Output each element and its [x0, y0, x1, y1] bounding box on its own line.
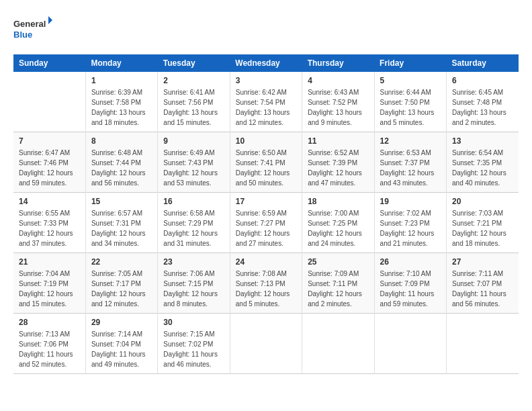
calendar-cell: 11Sunrise: 6:52 AMSunset: 7:39 PMDayligh… [302, 132, 374, 193]
calendar-cell: 9Sunrise: 6:49 AMSunset: 7:43 PMDaylight… [158, 132, 230, 193]
calendar-week-row: 14Sunrise: 6:55 AMSunset: 7:33 PMDayligh… [13, 193, 519, 253]
day-info: Sunrise: 6:55 AMSunset: 7:33 PMDaylight:… [19, 208, 80, 248]
calendar-cell: 17Sunrise: 6:59 AMSunset: 7:27 PMDayligh… [230, 193, 302, 253]
day-number: 22 [91, 257, 152, 267]
day-info: Sunrise: 6:48 AMSunset: 7:44 PMDaylight:… [91, 148, 152, 188]
day-number: 3 [236, 76, 296, 85]
day-number: 2 [163, 76, 224, 85]
day-info: Sunrise: 7:06 AMSunset: 7:15 PMDaylight:… [163, 269, 224, 309]
calendar-cell: 12Sunrise: 6:53 AMSunset: 7:37 PMDayligh… [374, 132, 446, 193]
day-number: 16 [163, 197, 224, 206]
day-info: Sunrise: 6:57 AMSunset: 7:31 PMDaylight:… [91, 208, 152, 248]
day-number: 26 [380, 257, 441, 267]
day-number: 7 [19, 136, 80, 146]
calendar-cell: 1Sunrise: 6:39 AMSunset: 7:58 PMDaylight… [85, 72, 157, 132]
header-day-tuesday: Tuesday [158, 54, 230, 72]
day-info: Sunrise: 6:49 AMSunset: 7:43 PMDaylight:… [163, 148, 224, 188]
header-day-monday: Monday [85, 54, 157, 72]
day-info: Sunrise: 6:42 AMSunset: 7:54 PMDaylight:… [236, 87, 296, 128]
calendar-week-row: 28Sunrise: 7:13 AMSunset: 7:06 PMDayligh… [13, 314, 519, 374]
calendar-cell: 23Sunrise: 7:06 AMSunset: 7:15 PMDayligh… [158, 253, 230, 314]
day-number: 24 [236, 257, 296, 267]
day-info: Sunrise: 6:43 AMSunset: 7:52 PMDaylight:… [308, 87, 368, 128]
calendar-cell: 29Sunrise: 7:14 AMSunset: 7:04 PMDayligh… [85, 314, 157, 374]
calendar-cell: 19Sunrise: 7:02 AMSunset: 7:23 PMDayligh… [374, 193, 446, 253]
day-number: 14 [19, 197, 80, 206]
logo-svg: General Blue [13, 13, 54, 44]
calendar-cell: 30Sunrise: 7:15 AMSunset: 7:02 PMDayligh… [158, 314, 230, 374]
day-info: Sunrise: 6:54 AMSunset: 7:35 PMDaylight:… [452, 148, 513, 188]
page-header: General Blue [13, 13, 519, 44]
day-info: Sunrise: 6:50 AMSunset: 7:41 PMDaylight:… [236, 148, 296, 188]
calendar-cell: 27Sunrise: 7:11 AMSunset: 7:07 PMDayligh… [447, 253, 519, 314]
day-info: Sunrise: 6:41 AMSunset: 7:56 PMDaylight:… [163, 87, 224, 128]
day-info: Sunrise: 7:14 AMSunset: 7:04 PMDaylight:… [91, 329, 152, 369]
calendar-cell: 6Sunrise: 6:45 AMSunset: 7:48 PMDaylight… [447, 72, 519, 132]
calendar-cell [447, 314, 519, 374]
day-info: Sunrise: 7:04 AMSunset: 7:19 PMDaylight:… [19, 269, 80, 309]
day-info: Sunrise: 7:11 AMSunset: 7:07 PMDaylight:… [452, 269, 513, 309]
calendar-cell [13, 72, 85, 132]
day-info: Sunrise: 7:05 AMSunset: 7:17 PMDaylight:… [91, 269, 152, 309]
calendar-cell: 7Sunrise: 6:47 AMSunset: 7:46 PMDaylight… [13, 132, 85, 193]
calendar-cell: 3Sunrise: 6:42 AMSunset: 7:54 PMDaylight… [230, 72, 302, 132]
calendar-cell: 15Sunrise: 6:57 AMSunset: 7:31 PMDayligh… [85, 193, 157, 253]
day-number: 25 [308, 257, 368, 267]
logo: General Blue [13, 13, 54, 44]
header-day-saturday: Saturday [447, 54, 519, 72]
calendar-table: SundayMondayTuesdayWednesdayThursdayFrid… [13, 54, 519, 374]
day-info: Sunrise: 6:53 AMSunset: 7:37 PMDaylight:… [380, 148, 441, 188]
day-info: Sunrise: 7:15 AMSunset: 7:02 PMDaylight:… [163, 329, 224, 369]
day-number: 11 [308, 136, 368, 146]
day-info: Sunrise: 6:58 AMSunset: 7:29 PMDaylight:… [163, 208, 224, 248]
header-day-friday: Friday [374, 54, 446, 72]
svg-marker-2 [48, 16, 52, 24]
day-info: Sunrise: 6:47 AMSunset: 7:46 PMDaylight:… [19, 148, 80, 188]
day-info: Sunrise: 6:59 AMSunset: 7:27 PMDaylight:… [236, 208, 296, 248]
calendar-cell [374, 314, 446, 374]
calendar-cell: 10Sunrise: 6:50 AMSunset: 7:41 PMDayligh… [230, 132, 302, 193]
calendar-week-row: 1Sunrise: 6:39 AMSunset: 7:58 PMDaylight… [13, 72, 519, 132]
day-number: 10 [236, 136, 296, 146]
day-number: 23 [163, 257, 224, 267]
header-day-thursday: Thursday [302, 54, 374, 72]
calendar-cell: 4Sunrise: 6:43 AMSunset: 7:52 PMDaylight… [302, 72, 374, 132]
calendar-cell: 5Sunrise: 6:44 AMSunset: 7:50 PMDaylight… [374, 72, 446, 132]
calendar-cell [302, 314, 374, 374]
calendar-cell: 2Sunrise: 6:41 AMSunset: 7:56 PMDaylight… [158, 72, 230, 132]
day-number: 29 [91, 318, 152, 327]
calendar-cell: 25Sunrise: 7:09 AMSunset: 7:11 PMDayligh… [302, 253, 374, 314]
day-info: Sunrise: 7:10 AMSunset: 7:09 PMDaylight:… [380, 269, 441, 309]
day-number: 4 [308, 76, 368, 85]
day-number: 6 [452, 76, 513, 85]
day-number: 12 [380, 136, 441, 146]
day-number: 30 [163, 318, 224, 327]
day-number: 17 [236, 197, 296, 206]
day-info: Sunrise: 7:08 AMSunset: 7:13 PMDaylight:… [236, 269, 296, 309]
calendar-cell: 28Sunrise: 7:13 AMSunset: 7:06 PMDayligh… [13, 314, 85, 374]
calendar-cell [230, 314, 302, 374]
day-number: 28 [19, 318, 80, 327]
header-day-wednesday: Wednesday [230, 54, 302, 72]
calendar-week-row: 21Sunrise: 7:04 AMSunset: 7:19 PMDayligh… [13, 253, 519, 314]
day-info: Sunrise: 7:09 AMSunset: 7:11 PMDaylight:… [308, 269, 368, 309]
day-number: 1 [91, 76, 152, 85]
calendar-cell: 13Sunrise: 6:54 AMSunset: 7:35 PMDayligh… [447, 132, 519, 193]
calendar-cell: 21Sunrise: 7:04 AMSunset: 7:19 PMDayligh… [13, 253, 85, 314]
day-number: 20 [452, 197, 513, 206]
day-info: Sunrise: 7:13 AMSunset: 7:06 PMDaylight:… [19, 329, 80, 369]
day-info: Sunrise: 6:39 AMSunset: 7:58 PMDaylight:… [91, 87, 152, 128]
header-day-sunday: Sunday [13, 54, 85, 72]
day-number: 21 [19, 257, 80, 267]
calendar-week-row: 7Sunrise: 6:47 AMSunset: 7:46 PMDaylight… [13, 132, 519, 193]
day-number: 19 [380, 197, 441, 206]
day-number: 9 [163, 136, 224, 146]
day-info: Sunrise: 6:45 AMSunset: 7:48 PMDaylight:… [452, 87, 513, 128]
day-info: Sunrise: 6:52 AMSunset: 7:39 PMDaylight:… [308, 148, 368, 188]
calendar-cell: 24Sunrise: 7:08 AMSunset: 7:13 PMDayligh… [230, 253, 302, 314]
day-info: Sunrise: 7:03 AMSunset: 7:21 PMDaylight:… [452, 208, 513, 248]
day-info: Sunrise: 7:00 AMSunset: 7:25 PMDaylight:… [308, 208, 368, 248]
day-info: Sunrise: 7:02 AMSunset: 7:23 PMDaylight:… [380, 208, 441, 248]
calendar-cell: 26Sunrise: 7:10 AMSunset: 7:09 PMDayligh… [374, 253, 446, 314]
day-number: 13 [452, 136, 513, 146]
